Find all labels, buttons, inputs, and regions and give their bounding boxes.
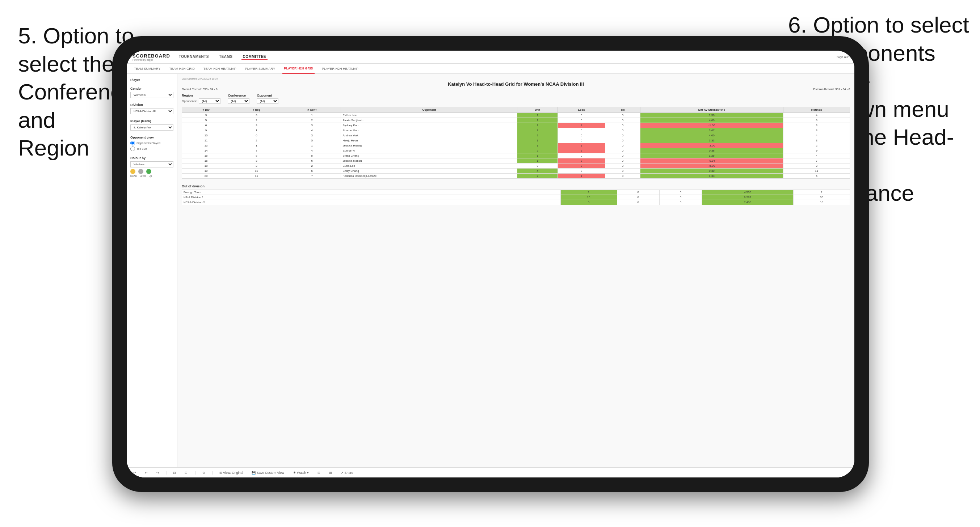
filter-region-inline: Opponents: (All) (182, 98, 221, 104)
logo-area: SCOREBOARD Powered by clippd (132, 53, 170, 61)
dot-down (130, 169, 135, 174)
dot-up (146, 169, 151, 174)
top-nav: SCOREBOARD Powered by clippd TOURNAMENTS… (127, 51, 854, 63)
gender-section: Gender Women's (130, 87, 173, 98)
table-row: 13 1 1 Jessica Huang 1 1 0 -3.00 2 (182, 143, 850, 148)
bottom-toolbar: ↩ ↩ ↪ | ⊡ ⊡· | ⊙ | ⊞ View: Original 💾 Sa… (127, 467, 854, 478)
toolbar-grid[interactable]: ⊞ (327, 470, 334, 475)
nav-teams[interactable]: TEAMS (218, 54, 234, 60)
table-row: 11 2 5 Heejo Hyun 1 0 0 3.33 3 (182, 138, 850, 143)
toolbar-redo[interactable]: ↪ (154, 470, 161, 475)
logo-sub: Powered by clippd (132, 59, 170, 61)
logo-scoreboard: SCOREBOARD (132, 53, 170, 59)
tablet-screen: SCOREBOARD Powered by clippd TOURNAMENTS… (127, 51, 854, 478)
filter-conference-group: Conference (All) (228, 94, 250, 104)
toolbar-copy[interactable]: ⊡ (171, 470, 178, 475)
table-row: 6 3 3 Sydney Kuo 1 1 0 -1.00 3 (182, 123, 850, 128)
region-select[interactable]: (All) (199, 98, 221, 104)
toolbar-save-view[interactable]: 💾 Save Custom View (250, 470, 286, 475)
opponent-view-section: Opponent view Opponents Played Top 100 (130, 136, 173, 151)
colour-label: Colour by (130, 156, 173, 160)
toolbar-share[interactable]: ↗ Share (339, 470, 355, 475)
toolbar-paste[interactable]: ⊡· (183, 470, 191, 475)
out-of-division-header: Out of division (182, 184, 850, 188)
table-row: 20 11 7 Federica Domecq Lacroze 2 1 0 1.… (182, 174, 850, 179)
nav-committee[interactable]: COMMITTEE (242, 54, 268, 60)
opponent-select[interactable]: (All) (257, 98, 278, 104)
toolbar-sep2: | (195, 471, 196, 475)
app-container: SCOREBOARD Powered by clippd TOURNAMENTS… (127, 51, 854, 478)
report-title: Katelyn Vo Head-to-Head Grid for Women's… (182, 81, 850, 87)
toolbar-watch[interactable]: 👁 Watch ▾ (291, 470, 311, 475)
opponent-view-label: Opponent view (130, 136, 173, 139)
toolbar-view-original[interactable]: ⊞ View: Original (217, 470, 245, 475)
radio-opponents-played[interactable]: Opponents Played (130, 141, 173, 145)
th-opponent: Opponent (341, 107, 517, 113)
filter-region-title: Region (182, 94, 221, 97)
ood-table-row: NAIA Division 1 15 0 0 9.267 30 (182, 195, 850, 200)
table-row: 9 1 4 Sharon Mun 1 0 0 3.67 3 (182, 128, 850, 133)
filter-conference-title: Conference (228, 94, 250, 97)
table-row: 3 3 1 Esther Lee 1 0 0 1.50 4 (182, 113, 850, 118)
table-row: 10 6 3 Andrea York 2 0 0 4.00 4 (182, 133, 850, 138)
player-rank-section: Player (Rank) 8. Katelyn Vo (130, 119, 173, 130)
table-row: 18 2 2 Euna Lee 0 2 0 -5.00 2 (182, 163, 850, 168)
colour-section: Colour by Win/loss Down Level Up (130, 156, 173, 177)
th-rounds: Rounds (783, 107, 850, 113)
division-section: Division NCAA Division III (130, 103, 173, 114)
th-conf: # Conf (283, 107, 340, 113)
colour-labels: Down Level Up (130, 175, 173, 177)
last-updated: Last Updated: 27/03/2024 10:34 (182, 78, 850, 80)
subnav-player-h2h-grid[interactable]: PLAYER H2H GRID (282, 63, 315, 74)
filter-row: Region Opponents: (All) Conference (182, 94, 850, 104)
sidebar: Player Gender Women's Division NCAA Divi… (127, 74, 177, 478)
toolbar-undo2[interactable]: ↩ (143, 470, 150, 475)
toolbar-timer[interactable]: ⊙ (200, 470, 207, 475)
th-reg: # Reg (230, 107, 283, 113)
toolbar-sep3: | (212, 471, 213, 475)
radio-top100[interactable]: Top 100 (130, 146, 173, 151)
gender-label: Gender (130, 87, 173, 90)
table-row: 5 2 2 Alexis Sudjianto 1 0 0 4.00 3 (182, 118, 850, 123)
table-row: 19 10 6 Emily Chang 4 0 0 0.30 11 (182, 168, 850, 174)
filter-opponent-title: Opponent (257, 94, 278, 97)
player-section: Player (130, 78, 173, 82)
nav-items: TOURNAMENTS TEAMS COMMITTEE (177, 54, 837, 60)
opponents-label: Opponents: (182, 100, 197, 103)
subnav-player-h2h-heatmap[interactable]: PLAYER H2H HEATMAP (320, 64, 360, 73)
nav-tournaments[interactable]: TOURNAMENTS (177, 54, 210, 60)
th-diff: Diff Av Strokes/Rnd (640, 107, 783, 113)
tablet-frame: SCOREBOARD Powered by clippd TOURNAMENTS… (112, 36, 869, 492)
gender-select[interactable]: Women's (130, 92, 173, 98)
dot-level (138, 169, 143, 174)
toolbar-layout[interactable]: ⊟ (315, 470, 323, 475)
table-row: 16 3 6 Jessica Mason 1 2 0 -0.94 7 (182, 159, 850, 163)
th-win: Win (517, 107, 558, 113)
ood-table-row: NCAA Division 2 5 0 0 7.400 10 (182, 200, 850, 205)
division-select[interactable]: NCAA Division III (130, 108, 173, 114)
player-rank-label: Player (Rank) (130, 119, 173, 123)
th-loss: Loss (558, 107, 605, 113)
h2h-table: # Div # Reg # Conf Opponent Win Loss Tie… (182, 107, 850, 179)
subnav-player-summary[interactable]: PLAYER SUMMARY (243, 64, 277, 73)
division-record: Division Record: 331 - 34 - 6 (813, 87, 850, 91)
player-label: Player (130, 78, 173, 82)
overall-record: Overall Record: 353 - 34 - 6 (182, 87, 218, 91)
out-of-division-table: Foreign Team 1 0 0 4.500 2 NAIA Division… (182, 189, 850, 205)
toolbar-undo[interactable]: ↩ (131, 470, 138, 475)
subnav-team-h2h-heatmap[interactable]: TEAM H2H HEATMAP (202, 64, 238, 73)
main-content: Player Gender Women's Division NCAA Divi… (127, 74, 854, 478)
data-panel: Last Updated: 27/03/2024 10:34 Katelyn V… (177, 74, 854, 478)
player-rank-select[interactable]: 8. Katelyn Vo (130, 124, 173, 130)
sign-out-link[interactable]: Sign out (837, 56, 849, 59)
filter-opponent-group: Opponent (All) (257, 94, 278, 104)
toolbar-sep1: | (166, 471, 167, 475)
colour-select[interactable]: Win/loss (130, 161, 173, 167)
table-row: 14 7 4 Eunice Yi 2 2 0 0.38 9 (182, 148, 850, 153)
th-div: # Div (182, 107, 230, 113)
subnav-team-h2h-grid[interactable]: TEAM H2H GRID (168, 64, 196, 73)
subnav-team-summary[interactable]: TEAM SUMMARY (132, 64, 162, 73)
records-row: Overall Record: 353 - 34 - 6 Division Re… (182, 87, 850, 91)
conference-select[interactable]: (All) (228, 98, 250, 104)
th-tie: Tie (605, 107, 640, 113)
